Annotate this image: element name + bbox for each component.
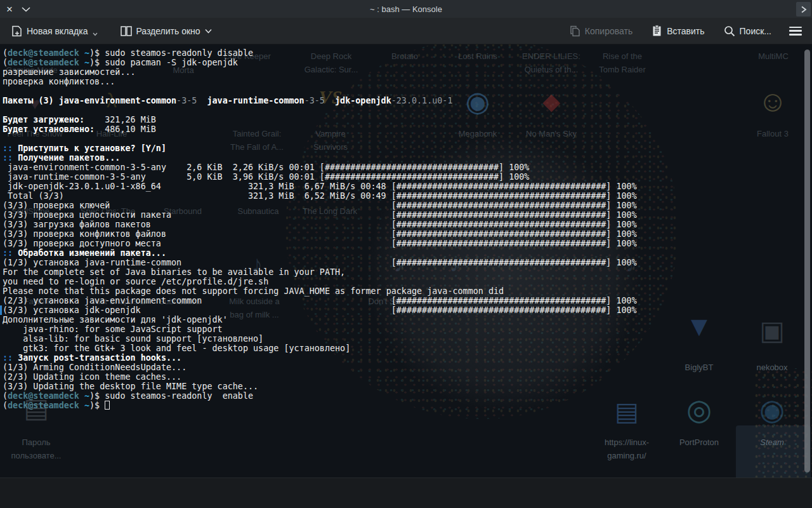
terminal-line: (3/3) проверка конфликтов файлов [######… bbox=[3, 229, 809, 239]
paste-button[interactable]: Вставить bbox=[646, 21, 709, 41]
new-tab-button[interactable]: Новая вкладка bbox=[6, 22, 103, 41]
terminal-line: Дополнительные зависимости для 'jdk-open… bbox=[3, 315, 809, 324]
terminal-line: (3/3) проверка ключей [#################… bbox=[3, 201, 809, 210]
search-button[interactable]: Поиск... bbox=[719, 22, 776, 41]
menu-icon[interactable] bbox=[789, 27, 802, 36]
terminal-line: java-rhino: for some JavaScript support bbox=[3, 324, 809, 334]
terminal-line: For the complete set of Java binaries to… bbox=[3, 267, 809, 277]
split-window-icon bbox=[121, 26, 132, 36]
copy-button[interactable]: Копировать bbox=[565, 22, 638, 41]
terminal-line bbox=[3, 86, 809, 96]
panel-edit-button[interactable] bbox=[796, 2, 811, 17]
window-title: ~ : bash — Konsole bbox=[0, 0, 812, 18]
search-label: Поиск... bbox=[740, 26, 771, 36]
terminal-line: you need to re-login or source /etc/prof… bbox=[3, 277, 809, 286]
copy-icon bbox=[570, 25, 580, 37]
terminal-line: (3/3) Updating the desktop file MIME typ… bbox=[3, 382, 809, 391]
terminal-line: (3/3) установка jdk-openjdk [###########… bbox=[3, 305, 809, 315]
terminal-line: (3/3) проверка целостности пакета [#####… bbox=[3, 210, 809, 220]
terminal-line: java-runtime-common-3-5-any 5,0 KiB 3,96… bbox=[3, 172, 809, 182]
terminal-line: (2/3) Updating icon theme caches... bbox=[3, 372, 809, 382]
new-tab-icon bbox=[11, 25, 22, 37]
terminal-line: проверка конфликтов... bbox=[3, 77, 809, 86]
terminal-viewport[interactable]: Gaming ModeMortaCore KeeperDeep RockGala… bbox=[0, 44, 812, 478]
window-titlebar: × ~ : bash — Konsole bbox=[0, 0, 812, 18]
konsole-toolbar: Новая вкладка Разделить окно Копировать … bbox=[0, 18, 812, 44]
terminal-line: (1/3) установка java-runtime-common [###… bbox=[3, 258, 809, 267]
split-window-button[interactable]: Разделить окно bbox=[115, 22, 217, 40]
terminal-line bbox=[3, 134, 809, 144]
terminal-scrollbar[interactable] bbox=[804, 50, 810, 472]
terminal-line: Будет загружено: 321,26 MiB bbox=[3, 115, 809, 124]
terminal-line-marker bbox=[0, 305, 2, 315]
terminal-line: Total (3/3) 321,3 MiB 6,52 MiB/s 00:49 [… bbox=[3, 191, 809, 201]
terminal-line bbox=[3, 105, 809, 115]
terminal-line: (2/3) установка java-environment-common … bbox=[3, 296, 809, 305]
search-icon bbox=[724, 25, 735, 37]
terminal-line: java-environment-common-3-5-any 2,6 KiB … bbox=[3, 163, 809, 172]
paste-label: Вставить bbox=[667, 26, 704, 36]
terminal-line: alsa-lib: for basic sound support [устан… bbox=[3, 334, 809, 344]
terminal-line: Please note that this package does not s… bbox=[3, 286, 809, 296]
terminal-line: (deck@steamdeck ~)$ bbox=[3, 401, 809, 410]
terminal-line: :: Приступить к установке? [Y/n] bbox=[3, 144, 809, 153]
copy-label: Копировать bbox=[585, 26, 632, 36]
split-window-label: Разделить окно bbox=[136, 26, 200, 36]
terminal-line: Будет установлено: 486,10 MiB bbox=[3, 124, 809, 134]
terminal-line: jdk-openjdk-23.0.1.u0-1-x86_64 321,3 MiB… bbox=[3, 182, 809, 191]
terminal-line: (deck@steamdeck ~)$ sudo steamos-readonl… bbox=[3, 48, 809, 58]
chevron-right-icon bbox=[801, 6, 807, 13]
new-tab-label: Новая вкладка bbox=[27, 26, 88, 36]
terminal-line: (1/3) Arming ConditionNeedsUpdate... bbox=[3, 363, 809, 372]
taskbar-panel: > bbox=[0, 478, 812, 508]
terminal-line: (deck@steamdeck ~)$ sudo steamos-readonl… bbox=[3, 391, 809, 401]
paste-icon bbox=[652, 25, 662, 37]
terminal-line: (3/3) загрузка файлов пакетов [#########… bbox=[3, 220, 809, 229]
terminal-line: Пакеты (3) java-environment-common-3-5 j… bbox=[3, 96, 809, 105]
terminal-line: разрешение зависимостей... bbox=[3, 67, 809, 77]
terminal-line: :: Получение пакетов... bbox=[3, 153, 809, 163]
screen: × ~ : bash — Konsole Новая вкладка Разде… bbox=[0, 0, 812, 508]
terminal-line: (3/3) проверка доступного места [#######… bbox=[3, 239, 809, 248]
terminal-line: gtk3: for the Gtk+ 3 look and feel - des… bbox=[3, 344, 809, 353]
terminal-line: :: Обработка изменений пакета... bbox=[3, 248, 809, 258]
chevron-down-icon bbox=[205, 29, 212, 34]
chevron-down-icon bbox=[93, 32, 98, 36]
terminal-output[interactable]: (deck@steamdeck ~)$ sudo steamos-readonl… bbox=[0, 44, 812, 478]
terminal-line: :: Запуск post-transaction hooks... bbox=[3, 353, 809, 363]
terminal-line: (deck@steamdeck ~)$ sudo pacman -S jdk-o… bbox=[3, 58, 809, 67]
